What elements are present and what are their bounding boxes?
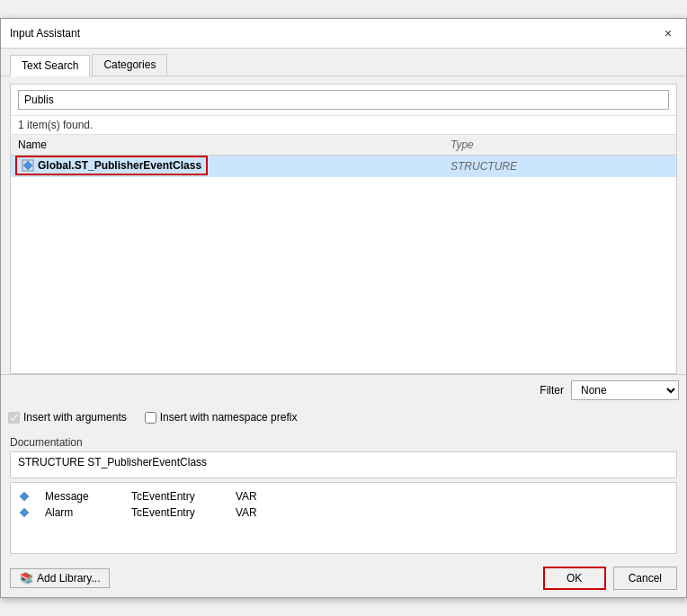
- col-header-type: Type: [443, 135, 676, 156]
- documentation-section: Documentation STRUCTURE ST_PublisherEven…: [10, 436, 677, 554]
- doc-field-cat-0: VAR: [236, 490, 257, 503]
- table-container: Name Type: [11, 135, 676, 373]
- ok-button[interactable]: OK: [543, 567, 606, 590]
- add-library-button[interactable]: 📚 Add Library...: [10, 568, 110, 588]
- tab-categories[interactable]: Categories: [92, 54, 167, 76]
- structure-icon: [22, 159, 34, 172]
- bottom-bar: 📚 Add Library... OK Cancel: [1, 559, 686, 597]
- doc-field-cat-1: VAR: [236, 506, 257, 519]
- add-library-icon: 📚: [20, 572, 33, 585]
- add-library-label: Add Library...: [37, 572, 100, 585]
- options-row: Insert with arguments Insert with namesp…: [1, 406, 686, 429]
- title-bar: Input Assistant ×: [1, 19, 686, 49]
- insert-with-namespace-text: Insert with namespace prefix: [160, 411, 298, 424]
- input-assistant-dialog: Input Assistant × Text Search Categories…: [0, 18, 687, 598]
- doc-title: Documentation: [10, 436, 677, 449]
- field-icon-1: [18, 506, 31, 519]
- close-button[interactable]: ×: [659, 24, 677, 42]
- doc-detail-box: Message TcEventEntry VAR Alarm TcEventEn…: [10, 482, 677, 554]
- filter-row: Filter None: [1, 374, 686, 406]
- svg-marker-3: [20, 508, 29, 517]
- search-panel: 1 item(s) found. Name Type: [10, 84, 677, 374]
- item-name: Global.ST_PublisherEventClass: [38, 159, 201, 172]
- svg-marker-2: [20, 492, 29, 501]
- insert-with-args-checkbox[interactable]: [8, 412, 20, 424]
- insert-with-args-label: Insert with arguments: [8, 411, 127, 424]
- tab-text-search[interactable]: Text Search: [10, 55, 90, 76]
- doc-field-name-0: Message: [45, 490, 117, 503]
- filter-select[interactable]: None: [571, 380, 679, 400]
- doc-field-name-1: Alarm: [45, 506, 117, 519]
- insert-with-namespace-checkbox[interactable]: [145, 412, 156, 424]
- insert-with-args-text: Insert with arguments: [23, 411, 127, 424]
- col-header-name: Name: [11, 135, 443, 156]
- search-row: [11, 85, 676, 116]
- doc-field-row-0: Message TcEventEntry VAR: [18, 488, 669, 504]
- cancel-button[interactable]: Cancel: [613, 567, 677, 590]
- field-icon-0: [18, 490, 31, 503]
- search-input[interactable]: [18, 90, 669, 110]
- insert-with-namespace-label: Insert with namespace prefix: [145, 411, 298, 424]
- doc-summary: STRUCTURE ST_PublisherEventClass: [10, 451, 677, 478]
- dialog-title: Input Assistant: [10, 27, 80, 40]
- result-count: 1 item(s) found.: [11, 116, 676, 135]
- dialog-buttons: OK Cancel: [543, 567, 677, 590]
- table-row[interactable]: Global.ST_PublisherEventClass STRUCTURE: [11, 156, 676, 178]
- svg-marker-1: [23, 161, 32, 170]
- doc-field-type-1: TcEventEntry: [131, 506, 221, 519]
- doc-field-row-1: Alarm TcEventEntry VAR: [18, 504, 669, 521]
- results-table: Name Type: [11, 135, 676, 177]
- tab-bar: Text Search Categories: [1, 49, 686, 76]
- item-type: STRUCTURE: [443, 156, 676, 178]
- filter-label: Filter: [540, 384, 564, 397]
- doc-field-type-0: TcEventEntry: [131, 490, 221, 503]
